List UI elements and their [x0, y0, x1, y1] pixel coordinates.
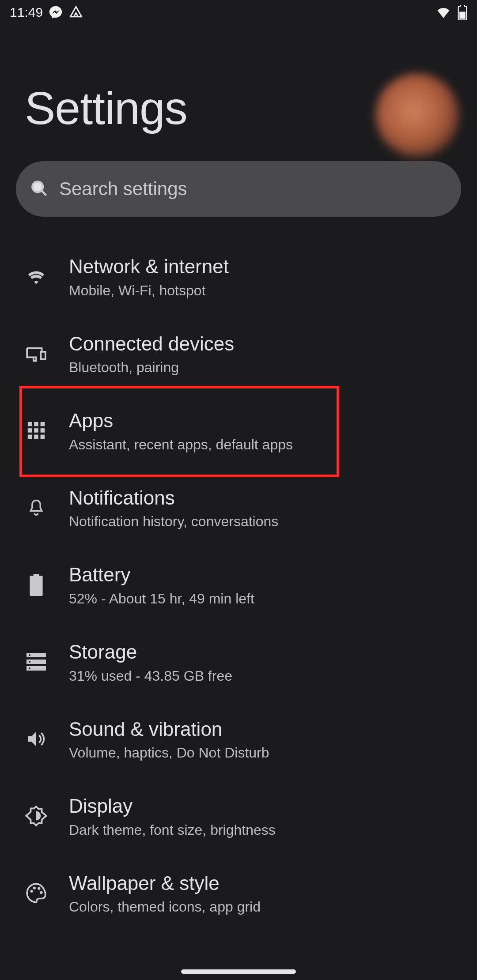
row-subtitle: Volume, haptics, Do Not Disturb	[69, 744, 459, 761]
storage-icon	[26, 652, 47, 673]
status-right	[435, 5, 467, 20]
settings-row-storage[interactable]: Storage 31% used - 43.85 GB free	[0, 624, 477, 701]
row-title: Battery	[69, 564, 459, 586]
search-placeholder: Search settings	[59, 178, 187, 200]
svg-rect-3	[28, 422, 32, 426]
svg-rect-9	[28, 435, 32, 439]
svg-rect-0	[459, 11, 466, 19]
row-subtitle: Assistant, recent apps, default apps	[69, 436, 459, 453]
messenger-notification-icon	[48, 5, 63, 20]
settings-row-display[interactable]: Display Dark theme, font size, brightnes…	[0, 778, 477, 856]
svg-rect-10	[34, 435, 38, 439]
brightness-icon	[25, 805, 47, 829]
row-title: Wallpaper & style	[69, 872, 459, 895]
row-title: Network & internet	[69, 256, 459, 278]
svg-line-2	[42, 191, 46, 195]
row-subtitle: 31% used - 43.85 GB free	[69, 667, 459, 685]
row-subtitle: Notification history, conversations	[69, 513, 459, 530]
battery-status-icon	[458, 5, 467, 20]
settings-row-apps[interactable]: Apps Assistant, recent apps, default app…	[0, 393, 477, 470]
svg-point-17	[29, 667, 30, 669]
battery-icon	[30, 574, 43, 598]
bell-icon	[26, 497, 46, 520]
row-subtitle: Dark theme, font size, brightness	[69, 821, 459, 839]
svg-point-20	[38, 887, 40, 890]
row-title: Storage	[69, 641, 459, 663]
settings-row-battery[interactable]: Battery 52% - About 15 hr, 49 min left	[0, 547, 477, 624]
gesture-nav-handle[interactable]	[181, 969, 296, 974]
apps-grid-icon	[26, 420, 46, 442]
profile-avatar[interactable]	[375, 73, 459, 157]
settings-row-notifications[interactable]: Notifications Notification history, conv…	[0, 470, 477, 547]
svg-rect-4	[34, 422, 38, 426]
volume-icon	[25, 728, 47, 752]
search-icon	[29, 178, 49, 200]
row-title: Display	[69, 795, 459, 818]
devices-icon	[25, 343, 47, 366]
status-bar: 11:49	[0, 0, 477, 25]
svg-rect-11	[41, 435, 45, 439]
svg-point-15	[29, 654, 30, 656]
wifi-status-icon	[435, 5, 452, 20]
svg-point-18	[30, 890, 33, 893]
settings-row-network[interactable]: Network & internet Mobile, Wi-Fi, hotspo…	[0, 239, 477, 316]
svg-point-19	[33, 886, 36, 889]
settings-row-sound[interactable]: Sound & vibration Volume, haptics, Do No…	[0, 701, 477, 779]
row-subtitle: 52% - About 15 hr, 49 min left	[69, 590, 459, 607]
row-title: Notifications	[69, 487, 459, 509]
svg-rect-7	[34, 429, 38, 433]
row-subtitle: Bluetooth, pairing	[69, 358, 459, 376]
palette-icon	[25, 882, 47, 906]
svg-point-21	[40, 891, 42, 894]
settings-row-wallpaper[interactable]: Wallpaper & style Colors, themed icons, …	[0, 856, 477, 933]
row-subtitle: Mobile, Wi-Fi, hotspot	[69, 282, 459, 299]
row-title: Connected devices	[69, 333, 459, 355]
search-settings[interactable]: Search settings	[16, 161, 461, 217]
row-subtitle: Colors, themed icons, app grid	[69, 898, 459, 916]
status-time: 11:49	[10, 5, 43, 20]
row-title: Sound & vibration	[69, 718, 459, 741]
wifi-icon	[26, 266, 47, 289]
svg-point-16	[29, 661, 30, 663]
settings-row-connected-devices[interactable]: Connected devices Bluetooth, pairing	[0, 316, 477, 393]
drive-notification-icon	[68, 5, 83, 20]
svg-point-1	[32, 181, 43, 192]
svg-rect-8	[41, 429, 45, 433]
settings-list: Network & internet Mobile, Wi-Fi, hotspo…	[0, 234, 477, 932]
status-left: 11:49	[10, 5, 83, 20]
svg-rect-6	[28, 429, 32, 433]
row-title: Apps	[69, 410, 459, 432]
header: Settings	[0, 25, 477, 157]
svg-rect-5	[41, 422, 45, 426]
